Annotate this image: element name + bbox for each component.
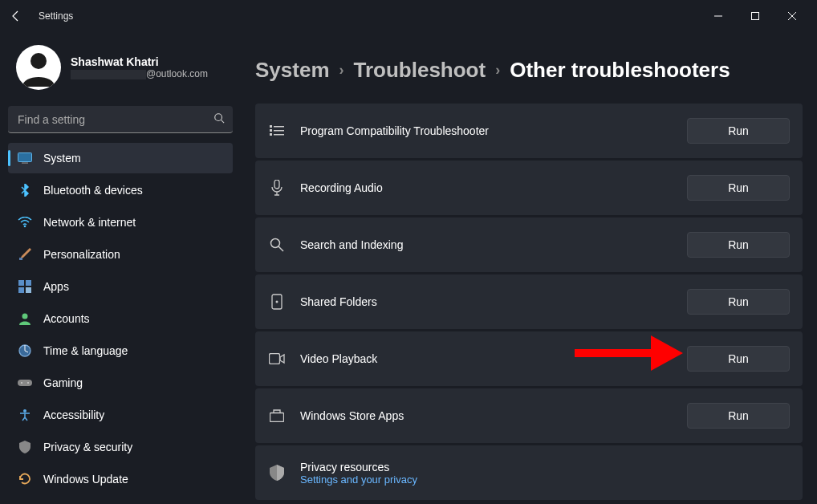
window-title: Settings (39, 10, 73, 22)
wifi-icon (18, 215, 32, 230)
search-input[interactable] (8, 106, 233, 133)
svg-rect-20 (274, 126, 284, 128)
video-icon (268, 353, 286, 364)
run-button[interactable]: Run (687, 346, 790, 372)
svg-point-7 (24, 226, 26, 228)
nav-label: Privacy & security (43, 441, 132, 453)
svg-rect-30 (270, 354, 280, 364)
store-icon (268, 409, 286, 422)
nav-item-accounts[interactable]: Accounts (8, 303, 233, 334)
nav-item-time[interactable]: Time & language (8, 335, 233, 366)
system-icon (18, 151, 32, 165)
card-label: Program Compatibility Troubleshooter (300, 124, 687, 137)
svg-rect-10 (26, 280, 31, 286)
list-icon (268, 124, 286, 137)
nav-item-accessibility[interactable]: Accessibility (8, 400, 233, 430)
svg-rect-31 (270, 413, 284, 422)
card-video-playback: Video Playback Run (255, 331, 803, 386)
globe-clock-icon (18, 343, 32, 358)
breadcrumb-current: Other troubleshooters (510, 58, 730, 83)
nav-label: Apps (43, 280, 69, 293)
shield-icon (268, 465, 286, 481)
svg-rect-22 (274, 130, 284, 132)
svg-point-17 (27, 382, 29, 384)
nav-item-update[interactable]: Windows Update (8, 464, 233, 494)
svg-rect-23 (270, 133, 272, 136)
nav-label: Accounts (43, 312, 90, 325)
breadcrumb-troubleshoot[interactable]: Troubleshoot (354, 58, 486, 83)
nav: System Bluetooth & devices Network & int… (8, 143, 233, 494)
svg-point-2 (30, 53, 47, 69)
card-recording-audio: Recording Audio Run (255, 161, 803, 215)
shield-icon (18, 440, 32, 454)
svg-rect-15 (18, 380, 32, 386)
microphone-icon (268, 180, 286, 196)
breadcrumb: System › Troubleshoot › Other troublesho… (255, 58, 803, 83)
card-label: Recording Audio (300, 181, 687, 194)
update-icon (18, 472, 32, 486)
privacy-link[interactable]: Settings and your privacy (300, 474, 790, 486)
svg-rect-1 (752, 13, 759, 20)
nav-item-personalization[interactable]: Personalization (8, 239, 233, 270)
breadcrumb-system[interactable]: System (255, 58, 330, 83)
nav-label: Windows Update (43, 473, 128, 486)
run-button[interactable]: Run (687, 232, 790, 258)
maximize-icon (751, 12, 759, 20)
nav-item-network[interactable]: Network & internet (8, 207, 233, 238)
nav-label: Accessibility (43, 408, 104, 421)
minimize-button[interactable] (700, 3, 737, 29)
sidebar: Shashwat Khatri @outlook.com System Blue… (0, 32, 241, 504)
gamepad-icon (18, 376, 32, 390)
nav-item-apps[interactable]: Apps (8, 271, 233, 302)
svg-rect-6 (22, 163, 28, 164)
profile-name: Shashwat Khatri (71, 55, 208, 68)
run-button[interactable]: Run (687, 403, 790, 429)
nav-label: Bluetooth & devices (43, 184, 143, 197)
run-button[interactable]: Run (687, 175, 790, 201)
nav-item-bluetooth[interactable]: Bluetooth & devices (8, 175, 233, 205)
nav-label: Personalization (43, 248, 120, 261)
svg-point-18 (23, 409, 26, 413)
profile-email: @outlook.com (71, 68, 208, 79)
main-panel: System › Troubleshoot › Other troublesho… (241, 32, 817, 504)
svg-rect-8 (19, 258, 22, 260)
card-label: Privacy resources (300, 461, 790, 474)
back-button[interactable] (6, 6, 26, 26)
troubleshooter-list: Program Compatibility Troubleshooter Run… (255, 104, 803, 500)
svg-rect-19 (270, 125, 272, 128)
svg-point-29 (276, 301, 278, 303)
card-windows-store: Windows Store Apps Run (255, 388, 803, 443)
close-button[interactable] (774, 3, 811, 29)
chevron-right-icon: › (495, 62, 500, 79)
maximize-button[interactable] (737, 3, 774, 29)
titlebar: Settings (0, 0, 817, 32)
minimize-icon (714, 12, 722, 20)
run-button[interactable]: Run (687, 118, 790, 144)
nav-item-privacy[interactable]: Privacy & security (8, 432, 233, 462)
svg-rect-21 (270, 129, 272, 132)
nav-item-gaming[interactable]: Gaming (8, 368, 233, 398)
card-search-indexing: Search and Indexing Run (255, 217, 803, 272)
svg-rect-12 (26, 287, 31, 293)
svg-rect-25 (274, 180, 279, 189)
nav-label: System (43, 152, 81, 165)
svg-point-13 (22, 314, 28, 319)
arrow-left-icon (10, 10, 22, 22)
svg-line-27 (278, 246, 283, 251)
svg-rect-24 (274, 134, 284, 136)
card-program-compat: Program Compatibility Troubleshooter Run (255, 104, 803, 158)
search-box (8, 106, 233, 133)
accessibility-icon (18, 408, 32, 422)
brush-icon (18, 247, 32, 262)
nav-label: Network & internet (43, 216, 136, 229)
card-privacy-resources[interactable]: Privacy resources Settings and your priv… (255, 445, 803, 500)
card-label: Shared Folders (300, 295, 687, 308)
run-button[interactable]: Run (687, 289, 790, 315)
nav-label: Time & language (43, 344, 128, 357)
close-icon (788, 12, 796, 20)
svg-point-16 (21, 382, 22, 384)
card-label: Windows Store Apps (300, 409, 687, 422)
device-share-icon (268, 294, 286, 310)
profile-section[interactable]: Shashwat Khatri @outlook.com (8, 39, 233, 103)
nav-item-system[interactable]: System (8, 143, 233, 173)
